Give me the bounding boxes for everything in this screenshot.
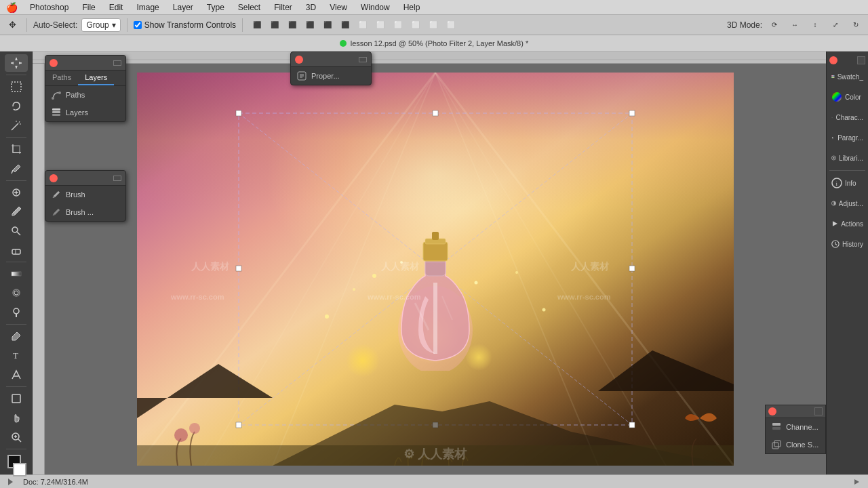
auto-select-dropdown[interactable]: Group ▾ [81, 18, 120, 32]
svg-rect-33 [52, 108, 60, 110]
tool-brush[interactable] [5, 203, 28, 220]
distribute-bottom-btn[interactable]: ⬜ [443, 17, 459, 33]
panel-item-clone-source[interactable]: Clone S... [766, 436, 825, 453]
tab-paths[interactable]: Paths [45, 70, 78, 85]
3d-orbit-btn[interactable]: ⟳ [766, 17, 783, 33]
right-panel-close[interactable] [829, 56, 837, 64]
panel-tabs: Paths Layers [45, 70, 125, 86]
tool-type[interactable]: T [5, 346, 28, 364]
3d-pan-btn[interactable]: ↔ [787, 17, 803, 33]
tool-marquee[interactable] [5, 78, 28, 96]
properties-close[interactable] [295, 56, 303, 64]
canvas-image[interactable]: 人人素材 www.rr-sc.com 人人素材 www.rr-sc.com 人人… [137, 73, 734, 466]
panel-character[interactable]: A Charac... [829, 108, 866, 127]
panel-item-layers[interactable]: Layers [45, 104, 125, 121]
panel-paragraph[interactable]: ¶ Paragr... [829, 128, 866, 147]
paths-layers-collapse[interactable] [113, 60, 121, 66]
align-middle-btn[interactable]: ⬛ [319, 17, 336, 33]
menu-image[interactable]: Image [131, 1, 164, 14]
panel-info[interactable]: i Info [829, 174, 866, 192]
3d-walk-btn[interactable]: ↕ [807, 17, 823, 33]
distribute-left-btn[interactable]: ⬜ [355, 17, 371, 33]
apple-menu[interactable]: 🍎 [5, 1, 18, 14]
tool-pen[interactable] [5, 327, 28, 345]
menu-edit[interactable]: Edit [104, 1, 129, 14]
menu-layer[interactable]: Layer [167, 1, 199, 14]
3d-slide-btn[interactable]: ⤢ [827, 17, 844, 33]
tab-layers[interactable]: Layers [78, 70, 114, 85]
tool-zoom[interactable] [5, 428, 28, 445]
separator-1 [26, 18, 27, 32]
status-arrow-btn[interactable] [5, 476, 18, 487]
menu-help[interactable]: Help [398, 1, 426, 14]
align-top-btn[interactable]: ⬛ [302, 17, 318, 33]
3d-rotate-btn[interactable]: ↻ [848, 17, 864, 33]
tool-blur[interactable] [5, 284, 28, 302]
tool-shape[interactable] [5, 390, 28, 407]
brush-panel-close[interactable] [50, 174, 58, 182]
panel-adjustments[interactable]: Adjust... [829, 194, 866, 213]
layers-icon [51, 107, 62, 118]
tool-heal[interactable] [5, 184, 28, 201]
menu-photoshop[interactable]: Photoshop [24, 1, 74, 14]
svg-point-83 [833, 157, 835, 159]
tool-clone-stamp[interactable] [5, 222, 28, 239]
align-bottom-btn[interactable]: ⬛ [337, 17, 353, 33]
panel-item-properties[interactable]: Proper... [291, 67, 371, 85]
menu-file[interactable]: File [77, 1, 100, 14]
distribute-right-btn[interactable]: ⬜ [390, 17, 406, 33]
tool-hand[interactable] [5, 409, 28, 426]
brush-panel-collapse[interactable] [113, 176, 121, 181]
panel-actions[interactable]: Actions [829, 214, 866, 233]
status-play-btn[interactable] [850, 476, 863, 487]
tool-move[interactable] [5, 54, 28, 72]
tool-eyedropper[interactable] [5, 159, 28, 177]
tool-eraser[interactable] [5, 241, 28, 259]
tool-magic-wand[interactable] [5, 117, 28, 134]
separator-3 [242, 18, 243, 32]
panel-history[interactable]: History [829, 235, 866, 253]
svg-point-61 [325, 314, 329, 319]
svg-point-72 [174, 428, 188, 442]
channels-close[interactable] [768, 407, 776, 415]
tool-crop[interactable] [5, 140, 28, 158]
panel-item-brush[interactable]: Brush [45, 186, 125, 203]
align-right-btn[interactable]: ⬛ [284, 17, 300, 33]
svg-point-13 [12, 227, 18, 232]
panel-item-channels[interactable]: Channe... [766, 418, 825, 436]
distribute-top-btn[interactable]: ⬜ [408, 17, 424, 33]
move-tool-btn[interactable]: ✥ [4, 17, 20, 33]
brush-presets-label: Brush ... [66, 208, 94, 216]
channels-icon [771, 422, 782, 432]
panel-item-brush-presets[interactable]: Brush ... [45, 203, 125, 221]
paths-layers-header [45, 56, 125, 70]
properties-collapse[interactable] [359, 57, 367, 62]
channels-expand[interactable] [814, 407, 823, 415]
ground-glow-2 [346, 344, 380, 378]
paths-layers-close[interactable] [50, 59, 58, 67]
right-panel-expand[interactable] [857, 56, 865, 64]
menu-view[interactable]: View [324, 1, 353, 14]
panel-libraries[interactable]: Librari... [829, 148, 866, 167]
transform-controls-checkbox[interactable]: Show Transform Controls [134, 20, 236, 30]
distribute-center-btn[interactable]: ⬜ [372, 17, 389, 33]
color-swatches[interactable] [5, 455, 28, 474]
background-color[interactable] [13, 463, 26, 476]
tool-path-select[interactable] [5, 366, 28, 384]
tool-gradient[interactable] [5, 265, 28, 283]
menu-type[interactable]: Type [201, 1, 230, 14]
distribute-middle-btn[interactable]: ⬜ [425, 17, 441, 33]
panel-color[interactable]: Color [829, 87, 866, 106]
brush-presets-icon [51, 207, 62, 218]
panel-item-paths[interactable]: Paths [45, 86, 125, 104]
tool-lasso[interactable] [5, 98, 28, 115]
align-left-btn[interactable]: ⬛ [249, 17, 265, 33]
svg-rect-51 [629, 266, 635, 271]
menu-window[interactable]: Window [355, 1, 395, 14]
tool-dodge[interactable] [5, 304, 28, 321]
panel-swatches[interactable]: Swatch_ [829, 67, 866, 86]
menu-filter[interactable]: Filter [269, 1, 298, 14]
menu-3d[interactable]: 3D [300, 1, 321, 14]
align-center-btn[interactable]: ⬛ [267, 17, 283, 33]
menu-select[interactable]: Select [233, 1, 266, 14]
